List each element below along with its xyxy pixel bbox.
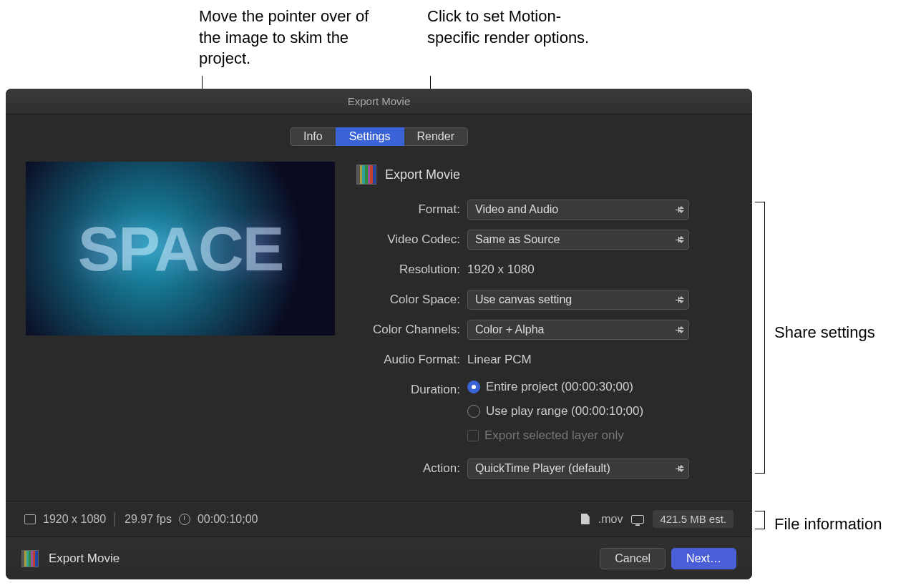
section-header: Export Movie [356,165,732,185]
resolution-icon [24,514,36,524]
bracket-fileinfo [755,511,765,529]
color-bars-icon-small [21,550,39,567]
clock-icon [179,514,190,525]
label-format: Format: [356,202,467,217]
bottom-title: Export Movie [49,552,120,566]
cancel-button[interactable]: Cancel [600,548,666,569]
select-action[interactable]: QuickTime Player (default) [467,459,689,479]
tabs: Info Settings Render [26,127,732,146]
checkbox-export-selected [467,430,479,441]
radio-playrange-label: Use play range (00:00:10;00) [486,404,643,418]
select-channels[interactable]: Color + Alpha [467,320,689,340]
info-resolution: 1920 x 1080 [43,513,106,526]
settings-column: Export Movie Format: Video and Audio Vid… [356,162,732,488]
dialog-title: Export Movie [6,89,752,114]
callout-render: Click to set Motion-specific render opti… [427,6,592,48]
label-channels: Color Channels: [356,323,467,337]
export-dialog: Export Movie Info Settings Render Export… [6,89,752,579]
select-colorspace[interactable]: Use canvas setting [467,290,689,310]
info-size: 421.5 MB est. [653,510,734,528]
label-colorspace: Color Space: [356,293,467,307]
bracket-share [755,202,765,474]
content-row: Export Movie Format: Video and Audio Vid… [26,162,732,488]
label-codec: Video Codec: [356,232,467,247]
select-colorspace-value: Use canvas setting [475,293,572,306]
label-action: Action: [356,461,467,476]
select-format-value: Video and Audio [475,203,558,216]
bottom-bar: Export Movie Cancel Next… [6,536,752,579]
info-duration: 00:00:10;00 [198,513,258,526]
radio-entire-label: Entire project (00:00:30;00) [486,380,633,394]
section-title: Export Movie [385,167,460,182]
preview-skimmer[interactable] [26,162,335,335]
document-icon [581,514,590,524]
value-audio: Linear PCM [467,353,732,367]
dialog-main: Info Settings Render Export Movie Format… [6,114,752,501]
select-codec[interactable]: Same as Source [467,230,689,250]
monitor-icon [631,515,644,524]
radio-entire-project[interactable] [467,381,480,393]
callout-skim: Move the pointer over of the image to sk… [199,6,385,69]
info-bar: 1920 x 1080 │ 29.97 fps 00:00:10;00 .mov… [6,501,752,536]
tab-settings[interactable]: Settings [336,127,404,146]
value-resolution: 1920 x 1080 [467,263,732,277]
next-button[interactable]: Next… [671,548,736,569]
callout-share: Share settings [774,322,875,343]
checkbox-export-selected-label: Export selected layer only [484,428,624,443]
info-fps: 29.97 fps [125,513,172,526]
select-action-value: QuickTime Player (default) [475,462,610,475]
info-ext: .mov [598,513,623,526]
radio-play-range[interactable] [467,405,480,418]
callout-fileinfo: File information [774,514,882,535]
tab-info[interactable]: Info [290,127,336,146]
tab-render[interactable]: Render [404,127,468,146]
select-channels-value: Color + Alpha [475,323,545,336]
label-audio: Audio Format: [356,353,467,367]
label-resolution: Resolution: [356,263,467,277]
select-format[interactable]: Video and Audio [467,200,689,220]
color-bars-icon [356,165,376,185]
select-codec-value: Same as Source [475,233,560,246]
label-duration: Duration: [356,383,467,397]
